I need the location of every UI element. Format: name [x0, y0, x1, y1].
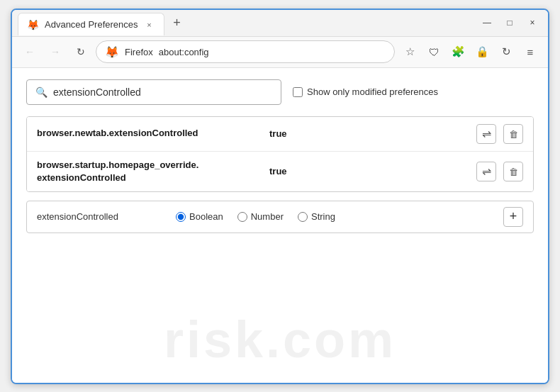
search-row: 🔍 Show only modified preferences [26, 79, 534, 105]
radio-string[interactable]: String [298, 211, 335, 222]
nav-right-icons: ☆ 🛡 🧩 🔒 ↻ ≡ [399, 41, 541, 62]
tab-close-button[interactable]: × [144, 19, 155, 30]
new-pref-row: extensionControlled Boolean Number Strin… [26, 201, 534, 233]
toggle-button-2[interactable] [476, 162, 496, 181]
page-content: risk.com 🔍 Show only modified preference… [12, 68, 548, 383]
forward-button[interactable]: → [45, 41, 66, 62]
radio-boolean-input[interactable] [176, 212, 186, 222]
pref-actions-1 [476, 124, 523, 144]
radio-number-input[interactable] [237, 212, 247, 222]
search-input[interactable] [53, 86, 272, 98]
new-tab-button[interactable]: + [167, 13, 187, 33]
menu-icon[interactable]: ≡ [520, 41, 541, 62]
browser-tab[interactable]: 🦊 Advanced Preferences × [18, 13, 164, 35]
radio-number[interactable]: Number [237, 211, 284, 222]
pref-actions-2 [476, 162, 523, 181]
search-box[interactable]: 🔍 [26, 79, 281, 105]
title-bar: 🦊 Advanced Preferences × + — □ × [12, 10, 548, 37]
bookmark-icon[interactable]: ☆ [399, 41, 420, 62]
tab-title: Advanced Preferences [45, 19, 138, 30]
show-modified-text: Show only modified preferences [307, 86, 438, 97]
show-modified-checkbox[interactable] [293, 87, 303, 97]
radio-string-label: String [311, 211, 335, 222]
window-controls: — □ × [477, 13, 542, 33]
extension-icon[interactable]: 🧩 [447, 41, 469, 62]
radio-boolean[interactable]: Boolean [176, 211, 223, 222]
close-button[interactable]: × [522, 13, 542, 33]
url-display: about:config [159, 47, 209, 57]
add-pref-button[interactable]: + [503, 207, 523, 227]
trash-icon-2 [509, 166, 518, 177]
pref-name-2-line2: extensionControlled [37, 172, 126, 183]
browser-name-label: Firefox [125, 47, 153, 57]
pref-name-2: browser.startup.homepage_override. exten… [37, 159, 264, 184]
lock-icon[interactable]: 🔒 [471, 41, 493, 62]
pref-value-1: true [264, 128, 476, 139]
delete-button-2[interactable] [503, 162, 523, 181]
maximize-button[interactable]: □ [500, 13, 520, 33]
pref-value-2: true [264, 166, 476, 177]
preferences-table: browser.newtab.extensionControlled true … [26, 116, 534, 192]
watermark: risk.com [164, 310, 396, 369]
reload-button[interactable]: ↻ [70, 41, 91, 62]
new-pref-name: extensionControlled [37, 211, 164, 222]
shield-icon[interactable]: 🛡 [423, 41, 444, 62]
minimize-button[interactable]: — [477, 13, 497, 33]
table-row[interactable]: browser.startup.homepage_override. exten… [27, 152, 533, 191]
arrows-icon-2 [482, 164, 491, 178]
toggle-button-1[interactable] [476, 124, 496, 144]
radio-string-input[interactable] [298, 212, 308, 222]
radio-number-label: Number [251, 211, 284, 222]
trash-icon [509, 128, 518, 140]
radio-boolean-label: Boolean [189, 211, 223, 222]
firefox-logo-icon: 🦊 [105, 45, 119, 59]
browser-window: 🦊 Advanced Preferences × + — □ × ← → ↻ 🦊… [11, 9, 549, 384]
nav-bar: ← → ↻ 🦊 Firefox about:config ☆ 🛡 🧩 🔒 ↻ ≡ [12, 37, 548, 68]
pref-name-2-line1: browser.startup.homepage_override. [37, 159, 198, 170]
pref-name-1: browser.newtab.extensionControlled [37, 127, 264, 140]
search-icon: 🔍 [35, 86, 47, 98]
back-button[interactable]: ← [19, 41, 40, 62]
delete-button-1[interactable] [503, 124, 523, 144]
show-modified-label[interactable]: Show only modified preferences [293, 86, 438, 97]
radio-options: Boolean Number String [176, 211, 335, 222]
arrows-icon [482, 127, 491, 140]
table-row[interactable]: browser.newtab.extensionControlled true [27, 117, 533, 152]
sync-icon[interactable]: ↻ [495, 41, 517, 62]
tab-favicon: 🦊 [27, 19, 39, 30]
address-bar[interactable]: 🦊 Firefox about:config [96, 40, 395, 63]
